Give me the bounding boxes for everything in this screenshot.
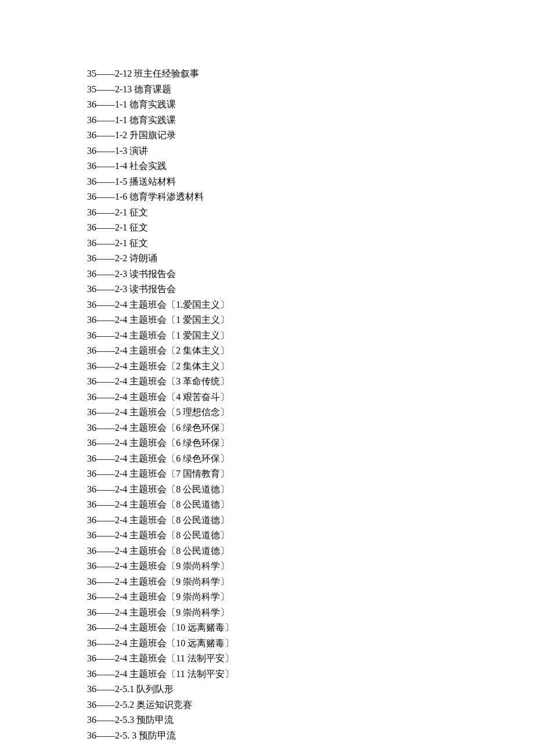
list-item: 36——2-4 主题班会〔1.爱国主义〕 bbox=[87, 297, 234, 313]
list-item: 36——2-4 主题班会〔1 爱国主义〕 bbox=[87, 312, 234, 328]
list-item: 36——2-4 主题班会〔1 爱国主义〕 bbox=[87, 328, 234, 344]
list-item: 36——2-4 主题班会〔8 公民道德〕 bbox=[87, 482, 234, 498]
list-item: 36——2-4 主题班会〔11 法制平安〕 bbox=[87, 651, 234, 667]
list-item: 36——2-4 主题班会〔9 崇尚科学〕 bbox=[87, 605, 234, 621]
list-item: 36——1-5 播送站材料 bbox=[87, 174, 234, 190]
list-item: 36——2-4 主题班会〔11 法制平安〕 bbox=[87, 667, 234, 682]
list-item: 35——2-12 班主任经验叙事 bbox=[87, 66, 234, 82]
list-item: 36——2-4 主题班会〔10 远离赌毒〕 bbox=[87, 620, 234, 636]
list-item: 36——2-1 征文 bbox=[87, 205, 234, 221]
list-item: 36——2-4 主题班会〔9 崇尚科学〕 bbox=[87, 559, 234, 574]
list-item: 36——2-4 主题班会〔4 艰苦奋斗〕 bbox=[87, 390, 234, 405]
list-item: 36——2-3 读书报告会 bbox=[87, 267, 234, 282]
list-item: 35——2-13 德育课题 bbox=[87, 82, 234, 98]
list-item: 36——2-5.1 队列队形 bbox=[87, 682, 234, 697]
list-item: 36——2-4 主题班会〔2 集体主义〕 bbox=[87, 359, 234, 375]
list-item: 36——1-6 德育学科渗透材料 bbox=[87, 189, 234, 205]
list-item: 36——2-2 诗朗诵 bbox=[87, 251, 234, 267]
document-content: 35——2-12 班主任经验叙事 35——2-13 德育课题 36——1-1 德… bbox=[87, 66, 234, 743]
list-item: 36——2-4 主题班会〔9 崇尚科学〕 bbox=[87, 589, 234, 605]
list-item: 36——1-4 社会实践 bbox=[87, 159, 234, 174]
list-item: 36——2-4 主题班会〔6 绿色环保〕 bbox=[87, 451, 234, 467]
list-item: 36——1-2 升国旗记录 bbox=[87, 128, 234, 143]
list-item: 36——2-5. 3 预防甲流 bbox=[87, 728, 234, 744]
list-item: 36——2-5.2 奥运知识竞赛 bbox=[87, 697, 234, 713]
list-item: 36——2-3 读书报告会 bbox=[87, 282, 234, 297]
list-item: 36——2-1 征文 bbox=[87, 236, 234, 251]
list-item: 36——2-4 主题班会〔8 公民道德〕 bbox=[87, 513, 234, 528]
list-item: 36——2-4 主题班会〔9 崇尚科学〕 bbox=[87, 574, 234, 590]
list-item: 36——2-4 主题班会〔3 革命传统〕 bbox=[87, 374, 234, 390]
list-item: 36——2-4 主题班会〔8 公民道德〕 bbox=[87, 528, 234, 543]
list-item: 36——2-4 主题班会〔8 公民道德〕 bbox=[87, 543, 234, 559]
list-item: 36——2-4 主题班会〔7 国情教育〕 bbox=[87, 466, 234, 482]
list-item: 36——2-4 主题班会〔10 远离赌毒〕 bbox=[87, 636, 234, 651]
list-item: 36——1-3 演讲 bbox=[87, 143, 234, 159]
list-item: 36——2-5.3 预防甲流 bbox=[87, 712, 234, 728]
list-item: 36——2-4 主题班会〔6 绿色环保〕 bbox=[87, 435, 234, 451]
list-item: 36——1-1 德育实践课 bbox=[87, 113, 234, 128]
list-item: 36——1-1 德育实践课 bbox=[87, 97, 234, 113]
list-item: 36——2-1 征文 bbox=[87, 220, 234, 236]
list-item: 36——2-4 主题班会〔5 理想信念〕 bbox=[87, 405, 234, 420]
list-item: 36——2-4 主题班会〔8 公民道德〕 bbox=[87, 497, 234, 513]
list-item: 36——2-4 主题班会〔2 集体主义〕 bbox=[87, 343, 234, 359]
list-item: 36——2-4 主题班会〔6 绿色环保〕 bbox=[87, 420, 234, 436]
